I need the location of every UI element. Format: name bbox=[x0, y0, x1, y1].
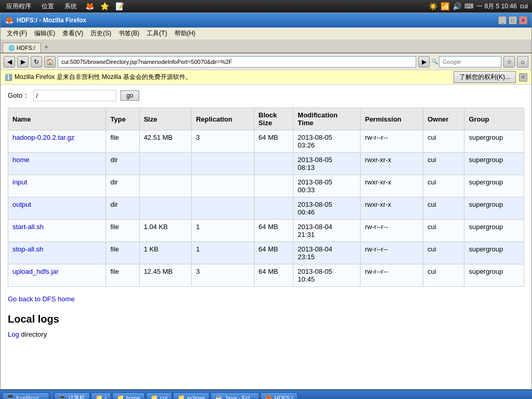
taskbar-eclipse[interactable]: 📁 eclipse bbox=[173, 392, 209, 400]
table-cell bbox=[254, 153, 293, 175]
bookmark-button[interactable]: ☆ bbox=[503, 56, 515, 68]
content-area: Goto： go Name Type Size Replication Bloc… bbox=[1, 85, 531, 389]
table-cell: 64 MB bbox=[254, 264, 293, 287]
menu-tools[interactable]: 工具(T) bbox=[143, 28, 170, 39]
table-cell: rw-r--r-- bbox=[361, 264, 423, 287]
table-cell: 1.04 KB bbox=[139, 220, 192, 242]
dfs-home-link[interactable]: Go back to DFS home bbox=[8, 295, 524, 303]
table-cell[interactable]: input bbox=[8, 175, 106, 197]
minimize-button[interactable]: _ bbox=[498, 16, 507, 24]
taskbar-java[interactable]: ☕ Java - Ecl... bbox=[210, 392, 259, 400]
taskbar-home[interactable]: 📁 home bbox=[112, 392, 145, 400]
menu-bookmarks[interactable]: 书签(B) bbox=[115, 28, 142, 39]
table-cell[interactable]: start-all.sh bbox=[8, 220, 106, 242]
file-name-link[interactable]: start-all.sh bbox=[12, 223, 44, 231]
log-link[interactable]: Log bbox=[8, 330, 19, 338]
table-cell[interactable]: stop-all.sh bbox=[8, 242, 106, 264]
table-cell: 2013-08-05 00:33 bbox=[294, 175, 361, 197]
table-cell: 2013-08-05 03:26 bbox=[294, 130, 361, 153]
taskbar-computer[interactable]: 💻 计算机 bbox=[54, 392, 90, 400]
col-name: Name bbox=[8, 108, 106, 130]
forward-button[interactable]: ▶ bbox=[17, 56, 29, 68]
os-datetime: 一 8月 5 10:46 bbox=[476, 2, 516, 11]
firefox-taskbar-icon: 🦊 bbox=[265, 394, 272, 399]
taskbar-terminal[interactable]: 🖥️ [cui@cui:... bbox=[2, 392, 49, 400]
file-table: Name Type Size Replication BlockSize Mod… bbox=[8, 108, 524, 287]
computer-icon: 💻 bbox=[59, 394, 66, 399]
menu-view[interactable]: 查看(V) bbox=[59, 28, 86, 39]
new-tab-button[interactable]: + bbox=[41, 41, 51, 52]
search-input[interactable] bbox=[439, 56, 501, 68]
table-row: outputdir2013-08-05 00:46rwxr-xr-xcuisup… bbox=[8, 197, 524, 220]
back-button[interactable]: ◀ bbox=[4, 56, 15, 68]
table-cell: file bbox=[106, 264, 139, 287]
os-menu-sys[interactable]: 系统 bbox=[62, 1, 79, 12]
maximize-button[interactable]: □ bbox=[509, 16, 517, 24]
menu-help[interactable]: 帮助(H) bbox=[171, 28, 199, 39]
firefox-icon: 🦊 bbox=[5, 16, 14, 24]
go-button[interactable]: ▶ bbox=[418, 56, 430, 68]
taskbar-hdfs[interactable]: 🦊 HDFS:/ bbox=[260, 392, 298, 400]
table-cell: rw-r--r-- bbox=[361, 220, 423, 242]
log-directory-label: directory bbox=[21, 330, 47, 338]
close-button[interactable]: × bbox=[519, 16, 527, 24]
home-nav-button[interactable]: ⌂ bbox=[517, 56, 528, 68]
col-type: Type bbox=[106, 108, 139, 130]
table-cell: rw-r--r-- bbox=[361, 242, 423, 264]
table-cell: rwxr-xr-x bbox=[361, 153, 423, 175]
table-cell: supergroup bbox=[464, 242, 524, 264]
table-row: start-all.shfile1.04 KB164 MB2013-08-04 … bbox=[8, 220, 524, 242]
table-cell[interactable]: output bbox=[8, 197, 106, 220]
title-bar: 🦊 HDFS:/ - Mozilla Firefox _ □ × bbox=[1, 13, 531, 28]
window-controls: _ □ × bbox=[498, 16, 527, 24]
taskbar-root[interactable]: 📁 / bbox=[91, 392, 111, 400]
table-cell: rwxr-xr-x bbox=[361, 175, 423, 197]
table-cell bbox=[192, 175, 254, 197]
col-group: Group bbox=[464, 108, 524, 130]
os-menu-app[interactable]: 应用程序 bbox=[4, 1, 33, 12]
file-name-link[interactable]: stop-all.sh bbox=[12, 245, 43, 253]
os-topbar: 应用程序 位置 系统 🦊 ⭐ 📝 ☀️ 📶 🔊 ⌨ 一 8月 5 10:46 c… bbox=[0, 0, 532, 12]
folder-home-icon: 📁 bbox=[117, 394, 124, 399]
table-cell: 64 MB bbox=[254, 130, 293, 153]
info-close-button[interactable]: × bbox=[519, 73, 527, 82]
goto-button[interactable]: go bbox=[121, 90, 139, 101]
menu-edit[interactable]: 编辑(E) bbox=[31, 28, 58, 39]
taskbar-cui[interactable]: 📁 cui bbox=[146, 392, 172, 400]
os-user: cui bbox=[520, 3, 528, 10]
taskbar-hdfs-label: HDFS:/ bbox=[274, 395, 293, 400]
file-name-link[interactable]: input bbox=[12, 178, 27, 186]
table-cell: supergroup bbox=[464, 264, 524, 287]
home-button[interactable]: 🏠 bbox=[44, 56, 56, 68]
os-menu-pos[interactable]: 位置 bbox=[39, 1, 56, 12]
menu-file[interactable]: 文件(F) bbox=[4, 28, 30, 39]
file-name-link[interactable]: home bbox=[12, 156, 30, 164]
file-name-link[interactable]: hadoop-0.20.2.tar.gz bbox=[12, 134, 74, 141]
table-cell: cui bbox=[423, 220, 464, 242]
taskbar-terminal-label: [cui@cui:... bbox=[16, 395, 45, 400]
file-name-link[interactable]: output bbox=[12, 201, 31, 208]
menu-history[interactable]: 历史(S) bbox=[87, 28, 114, 39]
col-replication: Replication bbox=[192, 108, 254, 130]
folder-eclipse-icon: 📁 bbox=[178, 394, 185, 399]
address-input[interactable] bbox=[58, 56, 416, 68]
table-cell[interactable]: home bbox=[8, 153, 106, 175]
tab-hdfs[interactable]: 🌐 HDFS:/ bbox=[3, 43, 41, 52]
table-cell: cui bbox=[423, 264, 464, 287]
folder-cui-icon: 📁 bbox=[151, 394, 158, 399]
file-name-link[interactable]: upload_hdfs.jar bbox=[12, 268, 59, 275]
table-cell: supergroup bbox=[464, 153, 524, 175]
table-cell: 2013-08-05 00:46 bbox=[294, 197, 361, 220]
taskbar-java-label: Java - Ecl... bbox=[224, 395, 254, 400]
table-cell[interactable]: upload_hdfs.jar bbox=[8, 264, 106, 287]
table-cell[interactable]: hadoop-0.20.2.tar.gz bbox=[8, 130, 106, 153]
table-cell: 3 bbox=[192, 264, 254, 287]
goto-input[interactable] bbox=[33, 90, 116, 101]
table-cell: supergroup bbox=[464, 220, 524, 242]
table-cell: cui bbox=[423, 153, 464, 175]
info-rights-button[interactable]: 了解您的权利(K)... bbox=[454, 71, 516, 83]
table-cell bbox=[192, 197, 254, 220]
refresh-button[interactable]: ↻ bbox=[31, 56, 42, 68]
table-cell: 42.51 MB bbox=[139, 130, 192, 153]
window-title: HDFS:/ - Mozilla Firefox bbox=[17, 17, 86, 24]
